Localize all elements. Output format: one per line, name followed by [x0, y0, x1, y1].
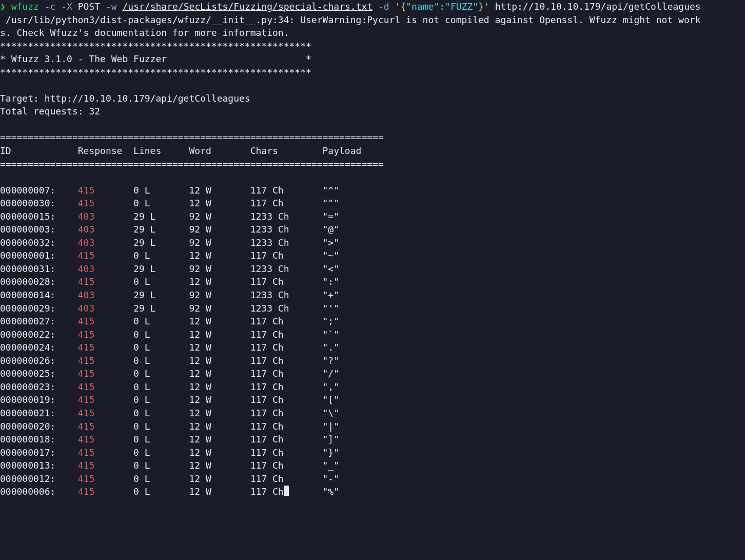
cell-payload: "|" [323, 420, 389, 433]
cursor [284, 486, 289, 496]
table-row: 000000025:4150 L12 W117 Ch"/" [0, 367, 744, 380]
cell-payload: "<" [323, 262, 389, 276]
table-row: 000000012:4150 L12 W117 Ch"-" [0, 472, 744, 486]
cell-lines: 29 L [133, 262, 189, 276]
cell-id: 000000024: [0, 341, 78, 354]
cell-response: 415 [78, 459, 133, 472]
cell-lines: 0 L [133, 275, 189, 288]
cell-response: 403 [78, 288, 133, 302]
cell-word: 12 W [189, 367, 250, 380]
cell-word: 12 W [189, 472, 250, 486]
column-headers: IDResponseLinesWordCharsPayload [0, 145, 389, 156]
cell-response: 415 [78, 433, 133, 446]
cell-response: 415 [78, 341, 133, 354]
cell-response: 415 [78, 380, 133, 394]
cell-lines: 0 L [133, 328, 189, 341]
table-row: 000000030:4150 L12 W117 Ch""" [0, 197, 744, 210]
flag-x: -X [61, 1, 72, 12]
cell-word: 92 W [189, 210, 250, 223]
cell-payload: "-" [323, 472, 389, 486]
json-close: }' [478, 1, 489, 12]
table-row: 000000029:40329 L92 W1233 Ch"'" [0, 302, 744, 315]
col-id: ID [0, 144, 78, 158]
cell-response: 415 [78, 420, 133, 433]
cell-word: 92 W [189, 288, 250, 302]
col-lines: Lines [133, 144, 189, 158]
table-row: 000000021:4150 L12 W117 Ch"\" [0, 407, 744, 420]
cell-payload: "." [323, 341, 389, 354]
cell-word: 12 W [189, 354, 250, 368]
cell-word: 12 W [189, 420, 250, 433]
cell-word: 12 W [189, 459, 250, 472]
cell-payload: "\" [323, 407, 389, 420]
cell-id: 000000030: [0, 197, 78, 210]
cell-lines: 29 L [133, 302, 189, 315]
cell-chars: 1233 Ch [250, 236, 323, 249]
cell-chars: 117 Ch [250, 380, 323, 394]
cell-chars: 117 Ch [250, 407, 323, 420]
json-colon: : [439, 1, 445, 12]
cell-payload: "}" [323, 446, 389, 459]
total-requests-line: Total requests: 32 [0, 106, 100, 117]
json-value: "FUZZ" [445, 1, 478, 12]
table-row: 000000017:4150 L12 W117 Ch"}" [0, 446, 744, 459]
cell-payload: "/" [323, 367, 389, 380]
cell-payload: "`" [323, 328, 389, 341]
cell-response: 415 [78, 184, 133, 197]
terminal-output[interactable]: ❯ wfuzz -c -X POST -w /usr/share/SecList… [0, 0, 745, 498]
cell-response: 415 [78, 354, 133, 368]
table-row: 000000028:4150 L12 W117 Ch":" [0, 275, 744, 288]
cell-id: 000000019: [0, 393, 78, 407]
table-row: 000000023:4150 L12 W117 Ch"," [0, 380, 744, 394]
table-row: 000000024:4150 L12 W117 Ch"." [0, 341, 744, 354]
cell-id: 000000012: [0, 472, 78, 486]
table-row: 000000022:4150 L12 W117 Ch"`" [0, 328, 744, 341]
cell-id: 000000029: [0, 302, 78, 315]
cell-id: 000000027: [0, 315, 78, 328]
command-name: wfuzz [11, 1, 39, 12]
table-row: 000000006:4150 L12 W117 Ch"%" [0, 485, 744, 498]
cell-chars: 117 Ch [250, 472, 323, 486]
separator-bottom: ========================================… [0, 159, 384, 169]
cell-response: 415 [78, 275, 133, 288]
cell-response: 415 [78, 367, 133, 380]
cell-response: 415 [78, 407, 133, 420]
cell-chars: 117 Ch [250, 420, 323, 433]
cell-word: 12 W [189, 341, 250, 354]
cell-id: 000000032: [0, 236, 78, 249]
method-value: POST [78, 1, 100, 12]
cell-payload: "_" [323, 459, 389, 472]
cell-lines: 0 L [133, 459, 189, 472]
table-row: 000000013:4150 L12 W117 Ch"_" [0, 459, 744, 472]
banner-title: * Wfuzz 3.1.0 - The Web Fuzzer * [0, 53, 311, 64]
cell-chars: 117 Ch [250, 446, 323, 459]
table-row: 000000014:40329 L92 W1233 Ch"+" [0, 288, 744, 302]
cell-payload: "," [323, 380, 389, 394]
cell-payload: ":" [323, 275, 389, 288]
table-row: 000000031:40329 L92 W1233 Ch"<" [0, 262, 744, 276]
cell-id: 000000007: [0, 184, 78, 197]
cell-response: 415 [78, 393, 133, 407]
cell-chars: 1233 Ch [250, 223, 323, 236]
cell-response: 403 [78, 262, 133, 276]
col-response: Response [78, 144, 133, 158]
cell-lines: 0 L [133, 420, 189, 433]
wordlist-path: /usr/share/SecLists/Fuzzing/special-char… [123, 1, 373, 12]
cell-payload: ";" [323, 315, 389, 328]
cell-response: 415 [78, 485, 133, 498]
warning-text: /usr/lib/python3/dist-packages/wfuzz/__i… [0, 14, 700, 38]
cell-payload: """ [323, 197, 389, 210]
target-url: http://10.10.10.179/api/getColleagues [489, 1, 701, 12]
flag-d: -d [378, 1, 389, 12]
table-row: 000000019:4150 L12 W117 Ch"[" [0, 393, 744, 407]
cell-response: 403 [78, 223, 133, 236]
cell-word: 12 W [189, 315, 250, 328]
cell-word: 12 W [189, 407, 250, 420]
cell-lines: 29 L [133, 288, 189, 302]
cell-word: 92 W [189, 236, 250, 249]
flag-w: -w [106, 1, 117, 12]
cell-lines: 0 L [133, 485, 189, 498]
cell-word: 12 W [189, 433, 250, 446]
table-row: 000000007:4150 L12 W117 Ch"^" [0, 184, 744, 197]
cell-word: 12 W [189, 249, 250, 262]
